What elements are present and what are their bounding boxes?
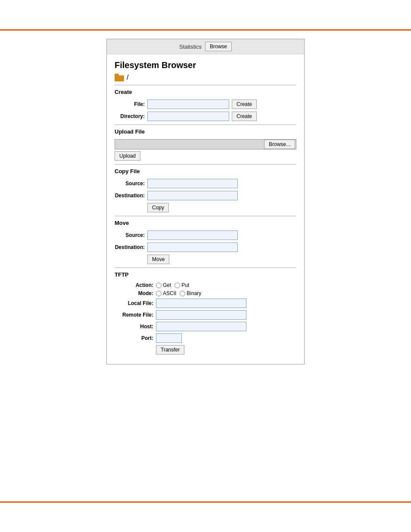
upload-section: Upload File Browse... Upload [115,128,296,161]
tftp-put-text: Put [181,282,189,288]
directory-input[interactable] [147,112,229,121]
tftp-put-radio[interactable] [174,283,180,288]
file-input[interactable] [147,100,229,109]
tftp-local-file-input[interactable] [156,299,246,308]
tftp-local-file-row: Local File: [115,299,296,308]
tftp-action-radio-group: Get Put [156,282,189,288]
move-source-input[interactable] [147,230,238,240]
move-source-label: Source: [115,232,145,238]
tftp-host-row: Host: [115,322,296,331]
move-destination-row: Destination: [115,243,296,252]
transfer-button[interactable]: Transfer [156,345,184,355]
move-section: Move Source: Destination: Move [115,220,296,264]
move-section-title: Move [115,220,296,226]
bottom-border [0,501,411,503]
move-destination-label: Destination: [115,244,145,250]
tftp-binary-text: Binary [187,290,201,296]
file-label: File: [115,101,145,107]
tab-bar: Statistics Browse [107,39,304,54]
create-section-title: Create [115,89,296,95]
move-destination-input[interactable] [147,243,238,252]
tftp-get-radio[interactable] [156,283,162,288]
upload-file-input-row: Browse... [115,139,296,149]
divider-5 [115,268,296,268]
tftp-host-input[interactable] [156,322,246,331]
create-section: Create File: Create Directory: Create [115,89,296,121]
tftp-binary-label[interactable]: Binary [180,290,201,296]
tftp-local-file-label: Local File: [115,300,153,306]
tftp-get-text: Get [163,282,171,288]
upload-button[interactable]: Upload [115,151,140,161]
move-source-row: Source: [115,230,296,240]
path-row: / [115,74,296,81]
page-title: Filesystem Browser [115,60,296,70]
tftp-ascii-radio[interactable] [156,291,162,296]
tftp-section: TFTP Action: Get Put [115,271,296,355]
directory-create-button[interactable]: Create [232,112,257,121]
tftp-get-label[interactable]: Get [156,282,171,288]
file-input-area: Browse... [115,139,296,149]
move-button[interactable]: Move [147,255,169,264]
statistics-tab-label: Statistics [179,44,202,50]
copy-source-label: Source: [115,180,145,187]
tftp-host-label: Host: [115,324,153,330]
copy-destination-input[interactable] [147,191,238,200]
tftp-binary-radio[interactable] [180,291,185,296]
top-border [0,29,411,31]
tftp-port-input[interactable] [156,333,182,343]
folder-icon [115,74,124,81]
tftp-ascii-text: ASCII [163,290,176,296]
tftp-port-row: Port: [115,333,296,343]
tftp-ascii-label[interactable]: ASCII [156,290,176,296]
tftp-remote-file-row: Remote File: [115,310,296,320]
tftp-mode-radio-group: ASCII Binary [156,290,201,296]
divider-4 [115,216,296,216]
tftp-mode-row: Mode: ASCII Binary [115,290,296,296]
divider-1 [115,85,296,85]
browse-button[interactable]: Browse... [264,140,295,149]
main-panel: Statistics Browse Filesystem Browser / C… [106,39,305,364]
tftp-port-label: Port: [115,335,153,341]
divider-3 [115,164,296,165]
panel-body: Filesystem Browser / Create File: Create… [107,54,304,364]
browse-tab-button[interactable]: Browse [205,42,232,51]
copy-section-title: Copy File [115,168,296,174]
tftp-put-label[interactable]: Put [174,282,189,288]
directory-label: Directory: [115,113,145,119]
file-row: File: Create [115,100,296,109]
path-text: / [127,74,128,81]
tftp-mode-label: Mode: [115,290,153,296]
copy-source-row: Source: [115,179,296,188]
tftp-remote-file-input[interactable] [156,310,246,320]
copy-button[interactable]: Copy [147,203,169,212]
copy-destination-label: Destination: [115,193,145,199]
copy-source-input[interactable] [147,179,238,188]
upload-section-title: Upload File [115,128,296,135]
copy-section: Copy File Source: Destination: Copy [115,168,296,212]
tftp-section-title: TFTP [115,271,296,278]
directory-row: Directory: Create [115,112,296,121]
divider-2 [115,124,296,125]
tftp-action-row: Action: Get Put [115,282,296,288]
tftp-action-label: Action: [115,282,153,288]
file-create-button[interactable]: Create [232,100,257,109]
copy-destination-row: Destination: [115,191,296,200]
tftp-remote-file-label: Remote File: [115,312,153,318]
